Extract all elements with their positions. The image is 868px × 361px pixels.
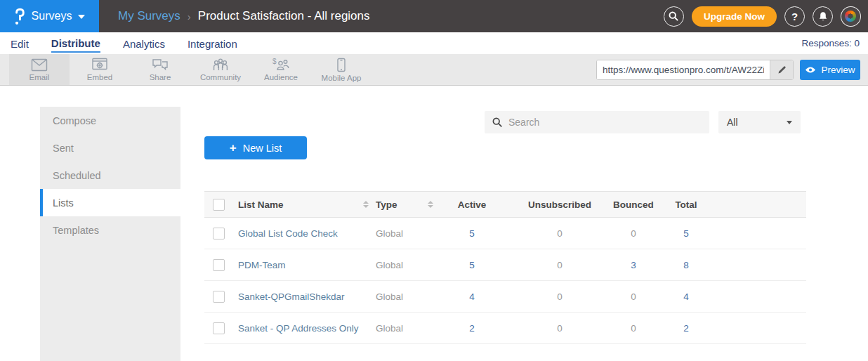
total-count[interactable]: 2: [658, 323, 714, 334]
list-name-link[interactable]: Sanket - QP Addresses Only: [238, 323, 359, 334]
chevron-down-icon: [787, 121, 792, 124]
toolbar-label-email: Email: [29, 73, 50, 81]
unsubscribed-count[interactable]: 0: [511, 228, 609, 239]
table-header: List Name Type Active Unsubscribed Bounc…: [204, 191, 806, 218]
topbar-actions: Upgrade Now ?: [664, 0, 861, 32]
notifications-button[interactable]: [813, 6, 833, 27]
filter-value: All: [727, 117, 738, 128]
new-list-label: New List: [243, 143, 282, 154]
list-filter-dropdown[interactable]: All: [718, 111, 801, 133]
total-count[interactable]: 5: [658, 228, 714, 239]
tab-integration[interactable]: Integration: [188, 35, 237, 52]
row-checkbox[interactable]: [213, 259, 225, 271]
active-count[interactable]: 5: [433, 228, 511, 239]
table-row: Sanket-QPGmailShekdar Global 4 0 0 4: [204, 281, 806, 313]
search-button[interactable]: [664, 6, 684, 27]
col-unsubscribed: Unsubscribed: [511, 199, 609, 210]
svg-text:$: $: [272, 58, 277, 65]
sidebar-item-scheduled[interactable]: Scheduled: [40, 162, 180, 189]
col-list-name: List Name: [238, 199, 284, 210]
account-avatar[interactable]: [841, 6, 861, 27]
responses-count[interactable]: Responses: 0: [801, 38, 860, 48]
upgrade-now-button[interactable]: Upgrade Now: [692, 6, 777, 27]
sidebar-item-compose[interactable]: Compose: [40, 107, 180, 134]
table-row: Sanket - QP Addresses Only Global 2 0 0 …: [204, 313, 806, 344]
bell-icon: [818, 11, 828, 22]
plus-icon: +: [230, 141, 237, 155]
toolbar-label-mobile-app: Mobile App: [322, 74, 362, 82]
pencil-icon: [777, 65, 787, 74]
list-name-link[interactable]: Sanket-QPGmailShekdar: [238, 291, 345, 302]
mobile-app-icon: [336, 58, 346, 72]
tab-analytics[interactable]: Analytics: [123, 35, 165, 52]
table-row: Global List Code Check Global 5 0 0 5: [204, 218, 806, 249]
unsubscribed-count[interactable]: 0: [511, 260, 609, 270]
bounced-count[interactable]: 3: [609, 260, 658, 270]
active-count[interactable]: 2: [433, 323, 511, 334]
bounced-count[interactable]: 0: [609, 291, 658, 302]
preview-button[interactable]: Preview: [800, 60, 860, 80]
bounced-count[interactable]: 0: [609, 323, 658, 334]
breadcrumb-separator: ›: [188, 11, 191, 22]
sidebar-item-lists[interactable]: Lists: [40, 189, 180, 216]
list-name-link[interactable]: PDM-Team: [238, 260, 286, 270]
col-active: Active: [433, 199, 511, 210]
distribute-toolbar: Email Embed Share Community $: [0, 54, 868, 86]
list-name-link[interactable]: Global List Code Check: [238, 228, 338, 239]
row-checkbox[interactable]: [213, 228, 225, 239]
survey-url-input[interactable]: [597, 60, 770, 79]
tab-edit[interactable]: Edit: [11, 35, 29, 52]
top-navbar: Surveys My Surveys › Product Satisfactio…: [0, 0, 868, 32]
toolbar-item-community[interactable]: Community: [190, 54, 251, 85]
unsubscribed-count[interactable]: 0: [511, 291, 609, 302]
row-checkbox[interactable]: [213, 291, 225, 303]
toolbar-item-embed[interactable]: Embed: [70, 54, 130, 85]
col-type: Type: [376, 199, 397, 210]
questionpro-logo: [14, 7, 25, 26]
toolbar-item-audience[interactable]: $ Audience: [251, 54, 311, 85]
toolbar-item-email[interactable]: Email: [9, 54, 70, 85]
col-bounced: Bounced: [609, 199, 658, 210]
bounced-count[interactable]: 0: [609, 228, 658, 239]
tab-distribute[interactable]: Distribute: [51, 34, 100, 53]
active-count[interactable]: 5: [433, 260, 511, 270]
survey-nav: Edit Distribute Analytics Integration Re…: [0, 32, 868, 54]
table-row: PDM-Team Global 5 0 3 8: [204, 249, 806, 281]
row-checkbox[interactable]: [213, 322, 225, 334]
questionpro-swirl-icon: [845, 11, 856, 22]
preview-label: Preview: [821, 65, 855, 75]
new-list-button[interactable]: + New List: [204, 136, 307, 159]
toolbar-label-audience: Audience: [264, 73, 298, 81]
total-count[interactable]: 8: [658, 260, 714, 270]
product-label: Surveys: [32, 10, 72, 22]
toolbar-item-share[interactable]: Share: [130, 54, 190, 85]
sort-type[interactable]: [428, 201, 433, 208]
sidebar-item-sent[interactable]: Sent: [40, 134, 180, 162]
list-type: Global: [376, 228, 433, 239]
list-type: Global: [376, 323, 433, 334]
help-button[interactable]: ?: [784, 6, 805, 27]
product-switcher[interactable]: Surveys: [0, 0, 99, 32]
breadcrumb-my-surveys[interactable]: My Surveys: [118, 9, 180, 23]
breadcrumb: My Surveys › Product Satisfaction - All …: [118, 9, 370, 23]
lists-table: List Name Type Active Unsubscribed Bounc…: [204, 191, 806, 344]
select-all-checkbox[interactable]: [213, 199, 225, 211]
unsubscribed-count[interactable]: 0: [511, 323, 609, 334]
lists-panel: All + New List List Name Type: [180, 86, 868, 361]
search-input[interactable]: [508, 117, 702, 128]
search-icon: [669, 11, 678, 21]
toolbar-label-share: Share: [150, 73, 171, 81]
embed-icon: [91, 58, 108, 72]
question-mark-icon: ?: [791, 11, 798, 22]
edit-url-button[interactable]: [770, 60, 793, 79]
breadcrumb-survey-title: Product Satisfaction - All regions: [198, 9, 370, 23]
sidebar-item-templates[interactable]: Templates: [40, 216, 180, 244]
toolbar-item-mobile-app[interactable]: Mobile App: [311, 54, 371, 85]
search-icon: [492, 117, 502, 127]
email-icon: [31, 58, 48, 72]
sort-list-name[interactable]: [363, 201, 369, 208]
total-count[interactable]: 4: [658, 291, 714, 302]
audience-icon: $: [272, 58, 290, 72]
toolbar-label-embed: Embed: [87, 73, 112, 81]
active-count[interactable]: 4: [433, 291, 511, 302]
